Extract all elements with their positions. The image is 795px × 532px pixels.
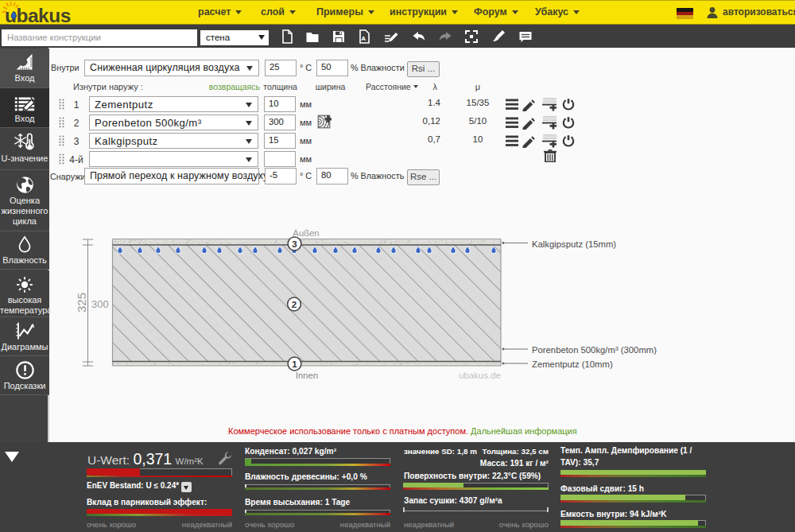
svg-text:ubakus.de: ubakus.de — [459, 371, 501, 380]
svg-text:Porenbeton 500kg/m³ (300mm): Porenbeton 500kg/m³ (300mm) — [532, 345, 657, 355]
svg-text:325: 325 — [75, 293, 88, 313]
svg-text:2: 2 — [292, 300, 297, 309]
svg-text:Innen: Innen — [296, 371, 318, 380]
svg-text:300: 300 — [91, 298, 109, 310]
svg-text:Außen: Außen — [293, 228, 319, 238]
svg-text:Kalkgipsputz (15mm): Kalkgipsputz (15mm) — [532, 239, 616, 249]
svg-text:Zementputz (10mm): Zementputz (10mm) — [532, 359, 613, 369]
svg-text:3: 3 — [292, 239, 297, 249]
svg-text:A: A — [361, 35, 366, 42]
svg-text:1: 1 — [292, 359, 297, 369]
